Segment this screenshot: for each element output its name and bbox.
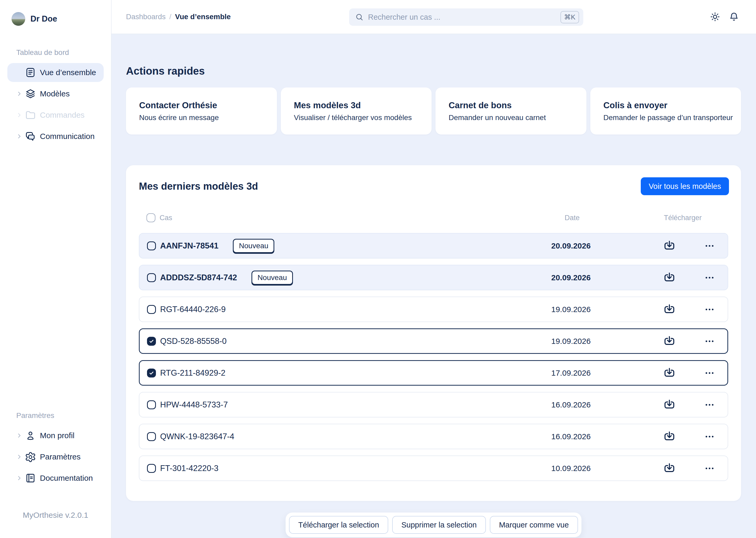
row-checkbox[interactable] [147,432,156,441]
search-input[interactable] [368,13,560,22]
chevron-right-icon [16,90,23,97]
user-icon [25,430,36,441]
sidebar-item-label: Communication [40,132,95,141]
row-menu-button[interactable] [704,431,715,442]
table-row[interactable]: ADDDSZ-5D874-742 Nouveau 20.09.2026 [139,265,728,290]
breadcrumb-parent[interactable]: Dashboards [126,13,165,21]
table-header: Cas Date Télécharger [126,210,741,226]
case-id: HPW-4448-5733-7 [160,400,228,409]
view-all-models-button[interactable]: Voir tous les modèles [641,177,729,195]
sidebar-item-modeles[interactable]: Modèles [7,84,104,103]
ellipsis-icon [704,240,715,252]
table-row[interactable]: RGT-64440-226-9 19.09.2026 [139,296,728,322]
card-subtitle: Demander le passage d’un transporteur [603,114,733,122]
sidebar-item-mon-profil[interactable]: Mon profil [7,426,104,445]
row-date: 16.09.2026 [551,432,643,441]
breadcrumb-current: Vue d’ensemble [175,13,231,21]
theme-toggle-button[interactable] [709,11,721,23]
sidebar-item-label: Commandes [40,111,84,120]
main-column: Dashboards / Vue d’ensemble ⌘K Actions r… [112,0,756,538]
ellipsis-icon [704,399,715,410]
row-menu-button[interactable] [704,304,715,315]
search-icon [355,13,364,22]
row-checkbox[interactable] [147,464,156,473]
row-menu-button[interactable] [704,272,715,284]
table-rows: AANFJN-78541 Nouveau 20.09.2026 ADDDSZ-5… [126,233,741,481]
card-contacter-orthesie[interactable]: Contacter Orthésie Nous écrire un messag… [126,87,277,134]
table-row[interactable]: AANFJN-78541 Nouveau 20.09.2026 [139,233,728,258]
download-button[interactable] [663,271,676,284]
row-date: 10.09.2026 [551,464,643,473]
sidebar-item-label: Mon profil [40,431,74,440]
table-row[interactable]: QWNK-19-823647-4 16.09.2026 [139,424,728,449]
download-button[interactable] [663,398,676,411]
delete-selection-button[interactable]: Supprimer la selection [392,516,486,534]
row-checkbox[interactable] [147,273,156,282]
download-icon [663,239,676,252]
row-checkbox[interactable] [147,400,156,409]
card-subtitle: Nous écrire un message [139,114,269,122]
sidebar-bottom: Paramètres Mon profil [7,411,104,538]
row-menu-button[interactable] [704,336,715,347]
card-colis-a-envoyer[interactable]: Colis à envoyer Demander le passage d’un… [591,87,741,134]
card-title: Colis à envoyer [603,100,733,110]
download-button[interactable] [663,239,676,252]
chevron-right-icon [16,133,23,140]
card-subtitle: Visualiser / télécharger vos modèles [294,114,424,122]
row-date: 20.09.2026 [551,242,643,250]
row-date: 19.09.2026 [551,305,643,314]
case-id: FT-301-42220-3 [160,464,218,473]
chevron-right-icon [16,454,23,460]
app-version: MyOrthesie v.2.0.1 [7,511,104,538]
card-title: Contacter Orthésie [139,100,269,110]
download-button[interactable] [663,462,676,475]
row-date: 19.09.2026 [551,337,643,346]
download-button[interactable] [663,430,676,443]
row-date: 16.09.2026 [551,400,643,409]
table-row[interactable]: QSD-528-85558-0 19.09.2026 [139,328,728,354]
row-menu-button[interactable] [704,367,715,379]
table-row[interactable]: RTG-211-84929-2 17.09.2026 [139,360,728,386]
case-id: ADDDSZ-5D874-742 [160,273,237,282]
column-header-date: Date [565,214,656,222]
card-title: Carnet de bons [449,100,579,110]
sun-icon [710,12,720,22]
user-profile[interactable]: Dr Doe [7,12,104,26]
row-menu-button[interactable] [704,462,715,474]
table-row[interactable]: HPW-4448-5733-7 16.09.2026 [139,392,728,417]
row-date: 17.09.2026 [551,369,643,377]
sidebar-item-documentation[interactable]: Documentation [7,469,104,488]
ellipsis-icon [704,431,715,442]
panel-title: Mes derniers modèles 3d [139,181,258,192]
case-id: QSD-528-85558-0 [160,337,226,346]
row-checkbox[interactable] [147,369,156,377]
table-row[interactable]: FT-301-42220-3 10.09.2026 [139,456,728,481]
download-button[interactable] [663,303,676,316]
row-menu-button[interactable] [704,399,715,410]
sidebar-item-vue-densemble[interactable]: Vue d’ensemble [7,63,104,82]
search-box[interactable]: ⌘K [349,8,583,26]
case-id: AANFJN-78541 [160,241,218,250]
search-shortcut-kbd: ⌘K [560,11,579,24]
sidebar-nav-main: Vue d’ensemble Modèles Commandes [7,63,104,146]
select-all-checkbox[interactable] [147,213,155,222]
column-header-cas: Cas [160,214,565,222]
download-selection-button[interactable]: Télécharger la selection [289,516,388,534]
sidebar-item-communication[interactable]: Communication [7,127,104,146]
sidebar-item-label: Paramètres [40,452,80,461]
ellipsis-icon [704,272,715,284]
row-checkbox[interactable] [147,242,156,250]
notifications-button[interactable] [728,11,740,23]
download-button[interactable] [663,366,676,380]
card-carnet-de-bons[interactable]: Carnet de bons Demander un nouveau carne… [436,87,587,134]
case-id: RTG-211-84929-2 [160,368,225,378]
overview-icon [25,67,36,78]
card-mes-modeles-3d[interactable]: Mes modèles 3d Visualiser / télécharger … [281,87,432,134]
sidebar-item-parametres[interactable]: Paramètres [7,447,104,466]
row-checkbox[interactable] [147,337,156,346]
download-button[interactable] [663,335,676,348]
row-menu-button[interactable] [704,240,715,252]
ellipsis-icon [704,304,715,315]
row-checkbox[interactable] [147,305,156,314]
mark-as-viewed-button[interactable]: Marquer comme vue [490,516,578,534]
